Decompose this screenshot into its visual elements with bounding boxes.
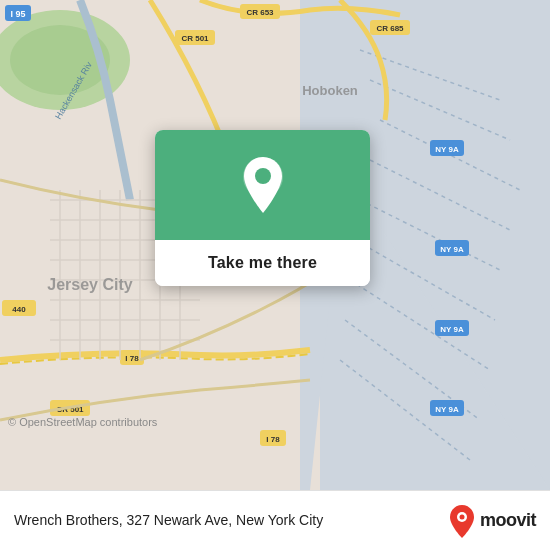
moovit-logo: moovit [448,504,536,538]
svg-point-61 [459,514,464,519]
svg-text:NY 9A: NY 9A [435,145,459,154]
svg-text:NY 9A: NY 9A [440,325,464,334]
location-pin-icon [239,155,287,215]
map-container: I 78 CR 501 CR 501 CR 653 CR 685 NY 9A N… [0,0,550,490]
svg-text:Hoboken: Hoboken [302,83,358,98]
location-card: Take me there [155,130,370,286]
svg-text:CR 653: CR 653 [246,8,274,17]
svg-text:I 95: I 95 [10,9,25,19]
moovit-pin-icon [448,504,476,538]
svg-text:CR 685: CR 685 [376,24,404,33]
svg-text:NY 9A: NY 9A [435,405,459,414]
moovit-brand-text: moovit [480,510,536,531]
take-me-there-button[interactable]: Take me there [155,240,370,286]
svg-text:I 78: I 78 [266,435,280,444]
svg-point-59 [255,168,271,184]
svg-text:440: 440 [12,305,26,314]
location-label: Wrench Brothers, 327 Newark Ave, New Yor… [14,511,438,529]
svg-text:CR 501: CR 501 [181,34,209,43]
bottom-bar: Wrench Brothers, 327 Newark Ave, New Yor… [0,490,550,550]
copyright-text: © OpenStreetMap contributors [8,416,157,428]
svg-text:NY 9A: NY 9A [440,245,464,254]
card-map-area [155,130,370,240]
svg-text:I 78: I 78 [125,354,139,363]
svg-text:Jersey City: Jersey City [47,276,132,293]
